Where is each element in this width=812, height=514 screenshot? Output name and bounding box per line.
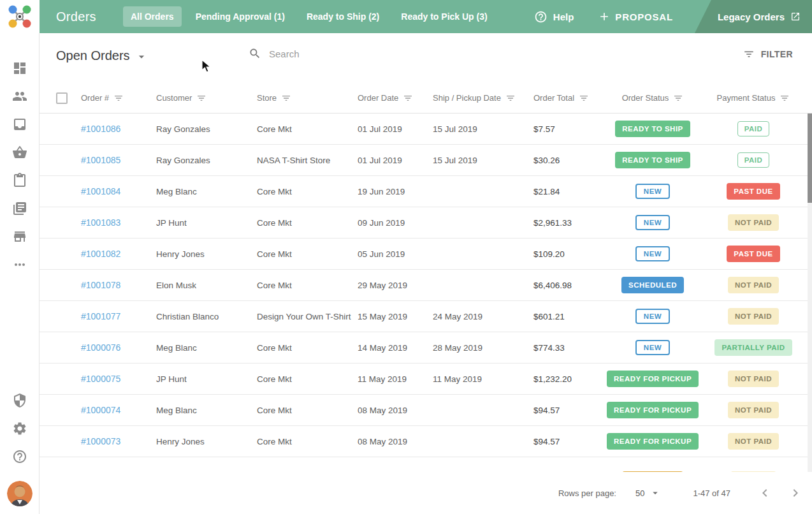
help-button[interactable]: Help: [534, 10, 574, 24]
order-link[interactable]: #1001085: [81, 155, 120, 165]
help-outline-icon[interactable]: [12, 449, 27, 464]
scrollbar-track[interactable]: [808, 114, 812, 472]
next-page-button[interactable]: [788, 485, 803, 501]
store-icon[interactable]: [12, 229, 27, 244]
ship-date-cell: 24 May 2019: [433, 312, 533, 321]
tab-ready-to-pick-up[interactable]: Ready to Pick Up (3): [393, 6, 495, 27]
dashboard-icon[interactable]: [12, 61, 27, 76]
table-row[interactable]: #1000075 JP Hunt Core Mkt 11 May 2019 11…: [40, 363, 812, 395]
rows-per-page-select[interactable]: 50: [635, 487, 661, 499]
order-link[interactable]: #1001082: [81, 249, 120, 259]
view-selector-label: Open Orders: [56, 48, 130, 63]
table-body: #1001086 Ray Gonzales Core Mkt 01 Jul 20…: [40, 114, 812, 472]
store-cell: Core Mkt: [257, 249, 358, 259]
library-icon[interactable]: [12, 201, 27, 216]
order-link[interactable]: #1000076: [81, 342, 120, 353]
avatar[interactable]: [7, 481, 33, 506]
store-cell: Design Your Own T-Shirt: [257, 312, 358, 321]
main-content: Open Orders FILTER Order # Customer Stor…: [40, 33, 812, 514]
column-header-ship-date[interactable]: Ship / Pickup Date: [433, 93, 533, 103]
view-selector-dropdown[interactable]: Open Orders: [56, 48, 148, 63]
order-date-cell: 01 Jul 2019: [358, 156, 433, 165]
avatar-photo: [7, 481, 33, 506]
gear-icon[interactable]: [12, 421, 27, 436]
order-link[interactable]: #1001077: [81, 311, 120, 321]
customer-cell: Meg Blanc: [156, 187, 257, 196]
order-total-cell: $109.20: [533, 249, 597, 259]
order-link[interactable]: #1001084: [81, 186, 120, 196]
table-row[interactable]: #1001084 Meg Blanc Core Mkt 19 Jun 2019 …: [40, 176, 812, 207]
column-header-order[interactable]: Order #: [81, 93, 156, 103]
payment-status-badge: NOT PAID: [728, 433, 779, 450]
order-total-cell: $774.33: [533, 343, 597, 353]
select-all-checkbox[interactable]: [56, 92, 68, 104]
people-icon[interactable]: [12, 89, 27, 104]
order-link[interactable]: #1000075: [81, 374, 120, 384]
table-row[interactable]: #1001083 JP Hunt Core Mkt 09 Jun 2019 $2…: [40, 207, 812, 239]
customer-cell: Ray Gonzales: [156, 124, 257, 134]
chevron-down-icon: [135, 50, 148, 63]
more-icon[interactable]: [12, 257, 27, 272]
order-total-cell: $30.26: [533, 156, 597, 165]
tab-all-orders[interactable]: All Orders: [123, 6, 182, 27]
order-status-badge: READY FOR PICKUP: [607, 371, 699, 387]
previous-page-button[interactable]: [757, 485, 772, 501]
column-header-payment-status[interactable]: Payment Status: [708, 93, 799, 103]
chevron-down-icon: [649, 487, 661, 499]
order-link[interactable]: #1001086: [81, 124, 120, 134]
order-status-badge: NEW: [635, 246, 670, 261]
sidebar-main-icons: [12, 61, 27, 272]
inbox-icon[interactable]: [12, 117, 27, 132]
order-date-cell: 15 May 2019: [358, 312, 433, 321]
order-link[interactable]: #1001078: [81, 280, 120, 290]
payment-status-badge: NOT PAID: [728, 402, 779, 418]
ship-date-cell: 15 Jul 2019: [433, 124, 533, 134]
table-row-partial[interactable]: [40, 457, 812, 472]
pinwheel-logo-icon: [6, 4, 34, 29]
customer-cell: Henry Jones: [156, 437, 257, 446]
table-row[interactable]: #1000074 Meg Blanc Core Mkt 08 May 2019 …: [40, 395, 812, 426]
customer-cell: Ray Gonzales: [156, 156, 257, 165]
table-header: Order # Customer Store Order Date Ship /…: [40, 83, 812, 114]
scrollbar-thumb[interactable]: [808, 114, 812, 203]
filter-button[interactable]: FILTER: [743, 48, 793, 60]
order-link[interactable]: #1000074: [81, 405, 120, 415]
column-header-order-status[interactable]: Order Status: [597, 93, 708, 103]
order-link[interactable]: #1000073: [81, 436, 120, 446]
table-row[interactable]: #1000073 Henry Jones Core Mkt 08 May 201…: [40, 426, 812, 457]
table-row[interactable]: #1000076 Meg Blanc Core Mkt 14 May 2019 …: [40, 332, 812, 363]
shopping-basket-icon[interactable]: [12, 145, 27, 160]
tab-pending-approval[interactable]: Pending Approval (1): [188, 6, 293, 27]
app-logo[interactable]: [0, 0, 40, 33]
order-link[interactable]: #1001083: [81, 217, 120, 228]
filter-icon: [743, 48, 755, 60]
order-total-cell: $21.84: [533, 187, 597, 196]
table-row[interactable]: #1001077 Christian Blanco Design Your Ow…: [40, 301, 812, 332]
top-bar: Orders All Orders Pending Approval (1) R…: [0, 0, 812, 33]
legacy-orders-button[interactable]: Legacy Orders: [695, 0, 812, 33]
new-proposal-button[interactable]: PROPOSAL: [598, 10, 673, 23]
payment-status-badge: NOT PAID: [728, 371, 779, 387]
table-row[interactable]: #1001085 Ray Gonzales NASA T-Shirt Store…: [40, 145, 812, 176]
sort-icon: [196, 93, 207, 103]
table-row[interactable]: #1001086 Ray Gonzales Core Mkt 01 Jul 20…: [40, 114, 812, 145]
order-date-cell: 11 May 2019: [358, 374, 433, 384]
shield-icon[interactable]: [12, 393, 27, 408]
column-header-order-total[interactable]: Order Total: [533, 93, 597, 103]
search-input[interactable]: [269, 48, 409, 59]
column-header-order-date[interactable]: Order Date: [358, 93, 433, 103]
clipboard-icon[interactable]: [12, 173, 27, 188]
table-row[interactable]: #1001078 Elon Musk Core Mkt 29 May 2019 …: [40, 270, 812, 301]
rows-per-page-label: Rows per page:: [558, 488, 616, 498]
tab-ready-to-ship[interactable]: Ready to Ship (2): [299, 6, 387, 27]
store-cell: NASA T-Shirt Store: [257, 156, 358, 165]
column-header-customer[interactable]: Customer: [156, 93, 257, 103]
order-total-cell: $94.57: [533, 437, 597, 446]
sort-icon: [505, 93, 516, 103]
order-total-cell: $6,406.98: [533, 281, 597, 290]
column-header-store[interactable]: Store: [257, 93, 358, 103]
table-row[interactable]: #1001082 Henry Jones Core Mkt 05 Jun 201…: [40, 239, 812, 270]
store-cell: Core Mkt: [257, 343, 358, 353]
customer-cell: Christian Blanco: [156, 312, 257, 321]
order-total-cell: $1,232.20: [533, 374, 597, 384]
